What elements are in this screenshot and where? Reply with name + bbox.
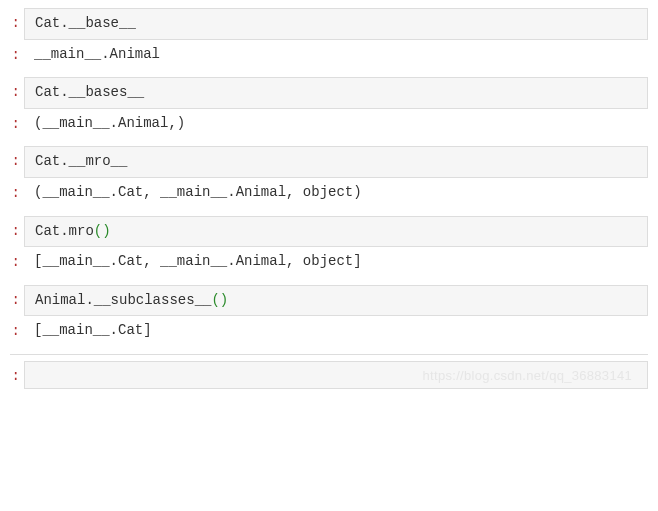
- code-output: (__main__.Animal,): [24, 109, 648, 139]
- notebook-cell: : Cat.mro() : [__main__.Cat, __main__.An…: [10, 216, 648, 277]
- code-input[interactable]: Cat.__base__: [24, 8, 648, 40]
- input-row: : Cat.__base__: [10, 8, 648, 40]
- code-text: Cat.__base__: [35, 15, 136, 31]
- code-input[interactable]: Animal.__subclasses__(): [24, 285, 648, 317]
- input-prompt: :: [10, 8, 24, 34]
- code-input[interactable]: Cat.mro(): [24, 216, 648, 248]
- output-row: : __main__.Animal: [10, 40, 648, 70]
- code-text: Cat.__bases__: [35, 84, 144, 100]
- input-prompt: :: [10, 285, 24, 311]
- notebook-cell: : Cat.__base__ : __main__.Animal: [10, 8, 648, 69]
- code-paren: (): [211, 292, 228, 308]
- input-row: : Cat.mro(): [10, 216, 648, 248]
- input-row: :: [10, 361, 648, 389]
- output-prompt: :: [10, 109, 24, 135]
- code-text: Cat.__mro__: [35, 153, 127, 169]
- output-prompt: :: [10, 247, 24, 273]
- output-row: : [__main__.Cat, __main__.Animal, object…: [10, 247, 648, 277]
- input-row: : Cat.__bases__: [10, 77, 648, 109]
- code-output: [__main__.Cat, __main__.Animal, object]: [24, 247, 648, 277]
- output-row: : (__main__.Animal,): [10, 109, 648, 139]
- notebook-cell: : Animal.__subclasses__() : [__main__.Ca…: [10, 285, 648, 346]
- code-output: [__main__.Cat]: [24, 316, 648, 346]
- notebook-cell: : https://blog.csdn.net/qq_36883141: [10, 361, 648, 389]
- code-text: Animal.__subclasses__: [35, 292, 211, 308]
- code-input[interactable]: Cat.__mro__: [24, 146, 648, 178]
- code-output: (__main__.Cat, __main__.Animal, object): [24, 178, 648, 208]
- notebook-cell: : Cat.__bases__ : (__main__.Animal,): [10, 77, 648, 138]
- output-row: : (__main__.Cat, __main__.Animal, object…: [10, 178, 648, 208]
- output-prompt: :: [10, 40, 24, 66]
- input-row: : Animal.__subclasses__(): [10, 285, 648, 317]
- code-paren: (): [94, 223, 111, 239]
- output-prompt: :: [10, 178, 24, 204]
- input-prompt: :: [10, 216, 24, 242]
- input-prompt: :: [10, 361, 24, 387]
- output-row: : [__main__.Cat]: [10, 316, 648, 346]
- input-prompt: :: [10, 77, 24, 103]
- divider: [10, 354, 648, 355]
- input-prompt: :: [10, 146, 24, 172]
- input-row: : Cat.__mro__: [10, 146, 648, 178]
- code-input[interactable]: [24, 361, 648, 389]
- notebook-cell: : Cat.__mro__ : (__main__.Cat, __main__.…: [10, 146, 648, 207]
- code-text: Cat.mro: [35, 223, 94, 239]
- code-output: __main__.Animal: [24, 40, 648, 70]
- code-input[interactable]: Cat.__bases__: [24, 77, 648, 109]
- output-prompt: :: [10, 316, 24, 342]
